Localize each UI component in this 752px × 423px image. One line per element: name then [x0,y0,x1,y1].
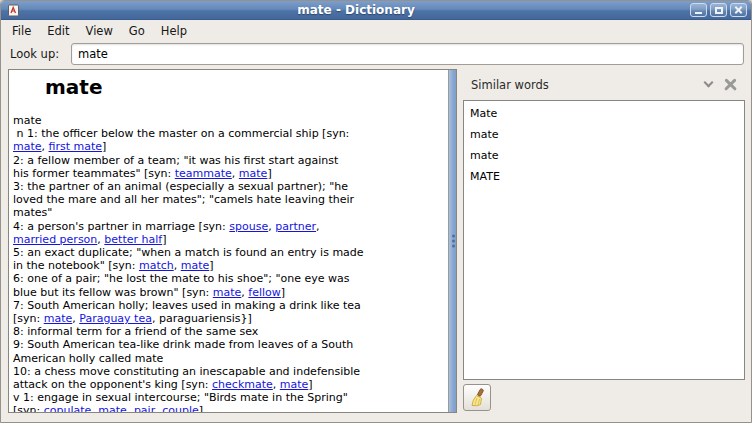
definition-line: 8: informal term for a friend of the sam… [13,325,442,338]
definition-link[interactable]: mate [181,259,210,272]
similar-words-header: Similar words [463,69,745,100]
definition-line: mate, first mate] [13,140,442,153]
lookup-bar: Look up: [1,41,751,67]
definition-line: 10: a chess move constituting an inescap… [13,365,442,378]
menu-item-go[interactable]: Go [121,21,153,41]
clear-button[interactable] [463,384,491,411]
definition-link[interactable]: better half [104,233,162,246]
definition-text-segment: , [316,220,320,233]
definition-line: his former teammates" [syn: teammate, ma… [13,167,442,180]
definition-line: attack on the opponent's king [syn: chec… [13,378,442,391]
definition-text-segment: American holly called mate [13,352,163,365]
definition-line: 2: a fellow member of a team; "it was hi… [13,154,442,167]
definition-link[interactable]: married person [13,233,97,246]
close-icon [734,6,743,15]
definition-link[interactable]: mate [280,378,309,391]
definition-text-segment: , [273,378,280,391]
definition-text-segment: ] [209,259,213,272]
definition-text-segment: [syn: [13,404,44,413]
app-window: mate - Dictionary FileEditViewGoHelp Loo… [0,0,752,423]
definition-text-segment: attack on the opponent's king [syn: [13,378,212,391]
definition-link[interactable]: Paraguay tea [79,312,152,325]
definition-line: [syn: mate, Paraguay tea, paraguariensis… [13,312,442,325]
maximize-button[interactable] [710,3,727,17]
definition-text-segment: 6: one of a pair; "he lost the mate to h… [13,272,350,285]
definition-text-segment: , [127,404,134,413]
definition-link[interactable]: fellow [248,286,280,299]
definition-link[interactable]: partner [275,220,316,233]
definition-link[interactable]: pair [134,404,155,413]
minimize-button[interactable] [690,3,707,17]
definition-link[interactable]: mate [213,286,242,299]
definition-link[interactable]: checkmate [212,378,273,391]
definition-link[interactable]: mate [98,404,127,413]
similar-word-item[interactable]: Mate [464,103,744,124]
definition-link[interactable]: mate [44,312,73,325]
definition-text-segment: v 1: engage in sexual intercourse; "Bird… [13,391,348,404]
panel-collapse-button[interactable] [697,75,719,95]
definition-link[interactable]: mate [239,167,268,180]
close-button[interactable] [730,3,747,17]
definition-content: mate mate n 1: the officer below the mas… [9,70,456,413]
definition-link[interactable]: match [139,259,174,272]
definition-text-segment: n 1: the officer below the master on a c… [13,127,349,140]
definition-text-segment: mate [13,114,42,127]
definition-text-segment: in the notebook" [syn: [13,259,139,272]
panel-close-button[interactable] [719,75,741,95]
menu-item-view[interactable]: View [78,21,121,41]
lookup-label: Look up: [10,47,59,61]
definition-link[interactable]: teammate [175,167,232,180]
definition-text-segment: 5: an exact duplicate; "when a match is … [13,246,364,259]
definition-text-segment: 7: South American holly; leaves used in … [13,299,361,312]
similar-word-item[interactable]: mate [464,124,744,145]
similar-words-list: MatematemateMATE [463,100,745,380]
definition-link[interactable]: mate [13,140,42,153]
definition-link[interactable]: first mate [49,140,103,153]
definition-text-segment: his former teammates" [syn: [13,167,175,180]
similar-words-title: Similar words [471,78,697,92]
definition-text-segment: [syn: [13,312,44,325]
menu-item-edit[interactable]: Edit [39,21,77,41]
definition-text-segment: 8: informal term for a friend of the sam… [13,325,258,338]
definition-line: mates" [13,206,442,219]
chevron-down-icon [703,78,713,88]
definition-line: 7: South American holly; leaves used in … [13,299,442,312]
definition-line: married person, better half] [13,233,442,246]
definition-line: v 1: engage in sexual intercourse; "Bird… [13,391,442,404]
definition-text-segment: , [42,140,49,153]
definition-text-segment: , paraguariensis}] [152,312,252,325]
definition-text-segment: ] [281,286,285,299]
similar-word-item[interactable]: MATE [464,166,744,187]
definition-line: mate [13,114,442,127]
vertical-scrollbar[interactable] [448,70,456,412]
definition-line: 3: the partner of an animal (especially … [13,180,442,193]
definition-line: blue but its fellow was brown" [syn: mat… [13,286,442,299]
definition-text-segment: ] [267,167,271,180]
definition-link[interactable]: spouse [229,220,268,233]
definition-line: [syn: copulate, mate, pair, couple] [13,404,442,413]
headword: mate [45,75,442,99]
titlebar[interactable]: mate - Dictionary [1,1,751,20]
definition-line: n 1: the officer below the master on a c… [13,127,442,140]
dictionary-book-icon [7,4,20,17]
definition-text-segment: ] [199,404,203,413]
broom-icon [468,388,487,407]
definition-text-segment: 3: the partner of an animal (especially … [13,180,348,193]
definition-text-segment: ] [162,233,166,246]
minimize-icon [695,12,702,14]
definition-line: 9: South American tea-like drink made fr… [13,338,442,351]
menubar: FileEditViewGoHelp [1,20,751,41]
definition-link[interactable]: copulate [44,404,92,413]
lookup-input[interactable] [71,43,744,65]
menu-item-file[interactable]: File [4,21,39,41]
main-area: mate mate n 1: the officer below the mas… [1,67,751,422]
definition-text-segment: , [232,167,239,180]
similar-word-item[interactable]: mate [464,145,744,166]
definition-text-segment: loved the mare and all her mates"; "came… [13,193,354,206]
definition-line: 5: an exact duplicate; "when a match is … [13,246,442,259]
panel-close-icon [724,78,737,91]
definition-text-segment: 9: South American tea-like drink made fr… [13,338,353,351]
definition-link[interactable]: couple [162,404,199,413]
definition-text-segment: ] [102,140,106,153]
menu-item-help[interactable]: Help [153,21,195,41]
